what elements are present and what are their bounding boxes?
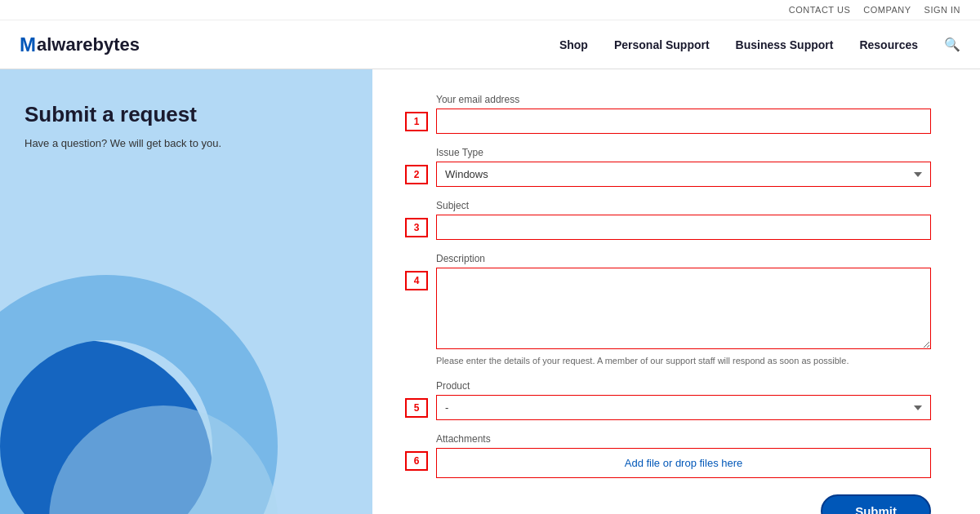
step-badge-2: 2 <box>405 165 428 184</box>
nav-resources[interactable]: Resources <box>859 38 918 51</box>
nav-personal-support[interactable]: Personal Support <box>614 38 710 51</box>
step-badge-3: 3 <box>405 218 428 237</box>
search-icon[interactable]: 🔍 <box>944 38 960 51</box>
form-group-subject: 3 Subject <box>405 200 931 240</box>
issue-type-select[interactable]: Windows Mac Android iOS Other <box>436 162 931 187</box>
issue-type-label: Issue Type <box>436 147 931 158</box>
page-subtitle: Have a question? We will get back to you… <box>24 137 348 149</box>
file-drop-area[interactable]: Add file or drop files here <box>436 448 931 478</box>
subject-label: Subject <box>436 200 931 211</box>
subject-input[interactable] <box>436 215 931 240</box>
step-badge-4: 4 <box>405 271 428 290</box>
logo-icon: M <box>20 33 36 56</box>
form-group-issue-type: 2 Issue Type Windows Mac Android iOS Oth… <box>405 147 931 187</box>
email-input[interactable] <box>436 109 931 134</box>
description-textarea[interactable] <box>436 268 931 349</box>
form-group-product: 5 Product - Malwarebytes for Windows Mal… <box>405 380 931 420</box>
step-badge-1: 1 <box>405 112 428 131</box>
nav-menu: Shop Personal Support Business Support R… <box>559 37 960 52</box>
attachments-label: Attachments <box>436 433 931 445</box>
nav-shop[interactable]: Shop <box>559 38 588 51</box>
subject-field-container: Subject <box>436 200 931 240</box>
product-label: Product <box>436 380 931 392</box>
right-panel: 1 Your email address 2 Issue Type Window… <box>372 69 980 514</box>
step-badge-5: 5 <box>405 398 428 418</box>
description-hint: Please enter the details of your request… <box>436 355 931 367</box>
issue-type-field-container: Issue Type Windows Mac Android iOS Other <box>436 147 931 187</box>
page-title: Submit a request <box>24 102 348 127</box>
form-group-attachments: 6 Attachments Add file or drop files her… <box>405 433 931 478</box>
description-label: Description <box>436 253 931 264</box>
company-link[interactable]: COMPANY <box>863 5 911 15</box>
product-select[interactable]: - Malwarebytes for Windows Malwarebytes … <box>436 395 931 420</box>
navbar: M alwarebytes Shop Personal Support Busi… <box>0 20 980 69</box>
attachments-field-container: Attachments Add file or drop files here <box>436 433 931 478</box>
description-field-container: Description Please enter the details of … <box>436 253 931 367</box>
form-group-email: 1 Your email address <box>405 94 931 134</box>
step-badge-6: 6 <box>405 451 428 471</box>
arrow-icon: → <box>833 507 849 514</box>
form-group-description: 4 Description Please enter the details o… <box>405 253 931 367</box>
left-panel: Submit a request Have a question? We wil… <box>0 69 372 514</box>
contact-us-link[interactable]: CONTACT US <box>789 5 851 15</box>
top-bar: CONTACT US COMPANY SIGN IN <box>0 0 980 20</box>
email-label: Your email address <box>436 94 931 105</box>
email-field-container: Your email address <box>436 94 931 134</box>
main-layout: Submit a request Have a question? We wil… <box>0 69 980 514</box>
nav-business-support[interactable]: Business Support <box>736 38 834 51</box>
product-field-container: Product - Malwarebytes for Windows Malwa… <box>436 380 931 420</box>
sign-in-link[interactable]: SIGN IN <box>924 5 960 15</box>
logo[interactable]: M alwarebytes <box>20 33 140 56</box>
submit-row: → Submit <box>405 494 931 514</box>
logo-text: alwarebytes <box>37 34 140 55</box>
